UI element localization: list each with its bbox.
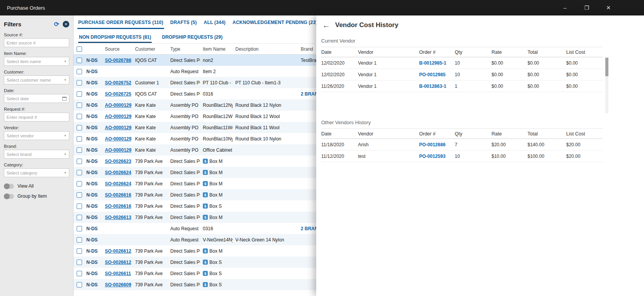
row-checkbox[interactable] bbox=[77, 226, 82, 231]
filter-select-brand[interactable]: Select brand▼ bbox=[4, 150, 69, 159]
source-link[interactable]: AO-0000129 bbox=[105, 114, 132, 119]
tab-drafts-5[interactable]: DRAFTS (5) bbox=[170, 15, 198, 29]
row-checkbox[interactable] bbox=[77, 80, 82, 86]
cell-total: $0.00 bbox=[528, 84, 566, 89]
cell-item-name: $Box M bbox=[200, 181, 233, 186]
order-link[interactable]: PO-0012985 bbox=[419, 72, 445, 77]
source-link[interactable]: SO-0026613 bbox=[105, 215, 131, 220]
row-tag: N-DS bbox=[84, 80, 102, 86]
filters-header: Filters ⟳ ✕ bbox=[4, 19, 69, 29]
source-link[interactable]: SO-0026616 bbox=[105, 192, 131, 198]
source-link[interactable]: SO-0026624 bbox=[105, 170, 131, 175]
source-link[interactable]: AO-0000129 bbox=[105, 136, 132, 142]
cell-customer: 739 Park Ave bbox=[132, 271, 168, 276]
row-checkbox[interactable] bbox=[77, 136, 82, 142]
filter-date-date[interactable]: Select date bbox=[4, 94, 69, 103]
order-link[interactable]: PO-0012686 bbox=[419, 142, 445, 147]
back-arrow-icon[interactable]: ← bbox=[322, 21, 330, 29]
section-title-other-vendors-history: Other Vendors History bbox=[320, 120, 640, 125]
row-tag: N-DS bbox=[84, 159, 102, 164]
row-checkbox[interactable] bbox=[77, 125, 82, 130]
source-link[interactable]: SO-0026725 bbox=[105, 91, 131, 97]
scrollbar[interactable] bbox=[605, 58, 608, 113]
subtab-non-dropship-requests-81[interactable]: NON DROPSHIP REQUESTS (81) bbox=[78, 31, 152, 43]
filter-select-vendor[interactable]: Select vendor▼ bbox=[4, 131, 69, 140]
row-checkbox[interactable] bbox=[77, 58, 82, 63]
tab-acknowledgement-pending-23[interactable]: ACKNOWLEDGEMENT PENDING (23) bbox=[232, 15, 318, 29]
order-link[interactable]: PO-0012593 bbox=[419, 154, 445, 159]
source-link[interactable]: SO-0026624 bbox=[105, 181, 131, 186]
row-checkbox[interactable] bbox=[77, 114, 82, 119]
source-link[interactable]: SO-0026609 bbox=[105, 282, 131, 287]
row-checkbox[interactable] bbox=[77, 271, 82, 276]
close-button[interactable]: ✕ bbox=[598, 0, 619, 15]
source-link[interactable]: SO-0026616 bbox=[105, 204, 131, 209]
row-tag: N-DS bbox=[84, 170, 102, 175]
source-link[interactable]: SO-0026752 bbox=[105, 80, 131, 86]
cell-source: SO-0026788 bbox=[102, 58, 132, 63]
cell-total: $140.00 bbox=[528, 142, 566, 147]
cell-item-name: 0316 bbox=[200, 226, 233, 231]
source-link[interactable]: SO-0026611 bbox=[105, 271, 131, 276]
subtab-dropship-requests-29[interactable]: DROPSHIP REQUESTS (29) bbox=[161, 31, 223, 43]
order-link[interactable]: B-0012985-1 bbox=[419, 60, 446, 66]
cell-source: AO-0000129 bbox=[102, 147, 132, 153]
row-checkbox[interactable] bbox=[77, 192, 82, 198]
cell-type: Direct Sales PO bbox=[168, 192, 200, 198]
row-checkbox[interactable] bbox=[77, 103, 82, 108]
tab-purchase-order-requests-110[interactable]: PURCHASE ORDER REQUESTS (110) bbox=[77, 15, 164, 29]
chevron-down-icon: ▼ bbox=[64, 60, 67, 63]
row-checkbox[interactable] bbox=[77, 170, 82, 175]
cell-description: PT 110 Club - Item1-3 bbox=[233, 80, 298, 86]
toggle-group-by-item[interactable]: Group by Item bbox=[4, 193, 69, 199]
cell-date: 11/18/2020 bbox=[321, 142, 358, 147]
price-tag-icon: $ bbox=[203, 215, 208, 220]
cell-rate: $0.00 bbox=[492, 72, 528, 77]
source-link[interactable]: SO-0026612 bbox=[105, 260, 131, 265]
row-checkbox[interactable] bbox=[77, 215, 82, 220]
source-link[interactable]: SO-0026788 bbox=[105, 58, 131, 63]
section-title-current-vendor: Current Vendor bbox=[320, 38, 640, 44]
cell-source: SO-0026624 bbox=[102, 181, 132, 186]
restore-button[interactable]: ❐ bbox=[576, 0, 598, 15]
tab-all-344[interactable]: ALL (344) bbox=[203, 15, 226, 29]
row-checkbox[interactable] bbox=[77, 237, 82, 243]
row-checkbox[interactable] bbox=[77, 282, 82, 287]
cell-type: Auto Request bbox=[168, 226, 200, 231]
row-checkbox[interactable] bbox=[77, 159, 82, 164]
cell-type: Assembly PO bbox=[168, 103, 200, 108]
source-link[interactable]: SO-0026623 bbox=[105, 159, 131, 164]
close-filters-icon[interactable]: ✕ bbox=[63, 21, 69, 27]
row-checkbox[interactable] bbox=[77, 91, 82, 97]
filter-select-item-name[interactable]: Select item name▼ bbox=[4, 57, 69, 66]
filter-input-request[interactable] bbox=[4, 113, 69, 121]
toggle-view-all[interactable]: View All bbox=[4, 183, 69, 189]
row-checkbox[interactable] bbox=[77, 204, 82, 209]
source-link[interactable]: AO-0000129 bbox=[105, 103, 132, 108]
cell-vendor: Vendor 1 bbox=[358, 60, 419, 66]
row-checkbox[interactable] bbox=[77, 248, 82, 254]
filters-title: Filters bbox=[4, 21, 54, 27]
window-controls: – ❐ ✕ bbox=[554, 0, 619, 15]
filter-select-category[interactable]: Select category▼ bbox=[4, 168, 69, 177]
filter-select-customer[interactable]: Select customer name▼ bbox=[4, 75, 69, 84]
minimize-button[interactable]: – bbox=[554, 0, 576, 15]
order-link[interactable]: B-0012863-1 bbox=[419, 84, 446, 89]
row-checkbox[interactable] bbox=[77, 147, 82, 153]
cell-description: Round Black 12 Nylon bbox=[233, 103, 298, 108]
filter-label-date: Date: bbox=[4, 88, 69, 93]
cell-source: SO-0026611 bbox=[102, 271, 132, 276]
refresh-icon[interactable]: ⟳ bbox=[54, 21, 59, 28]
cell-type: Direct Sales PO bbox=[168, 282, 200, 287]
row-checkbox[interactable] bbox=[77, 181, 82, 186]
cell-type: Direct Sales PO bbox=[168, 248, 200, 254]
scrollbar-thumb[interactable] bbox=[605, 58, 608, 76]
source-link[interactable]: AO-0000129 bbox=[105, 125, 132, 130]
row-checkbox[interactable] bbox=[77, 69, 82, 74]
row-checkbox[interactable] bbox=[77, 260, 82, 265]
source-link[interactable]: AO-0000129 bbox=[105, 147, 132, 153]
header-checkbox[interactable] bbox=[77, 46, 82, 52]
cell-item-name: RounBlac10Nylon bbox=[200, 136, 233, 142]
source-link[interactable]: SO-0026612 bbox=[105, 248, 131, 254]
filter-input-source[interactable] bbox=[4, 38, 69, 47]
